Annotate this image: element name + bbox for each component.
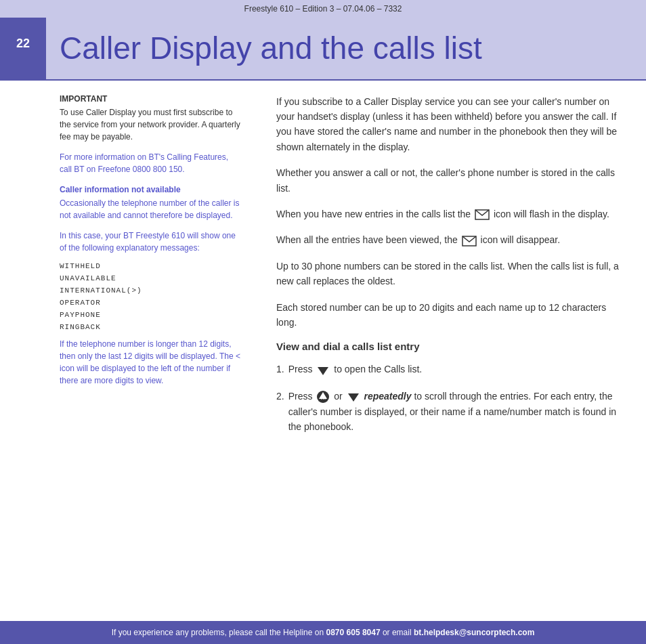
caller-info-text1: Occasionally the telephone number of the… bbox=[60, 197, 242, 221]
up-arrow-icon: vol bbox=[316, 389, 330, 404]
page-number-bar: 22 bbox=[0, 18, 46, 79]
title-section: Caller Display and the calls list bbox=[46, 18, 646, 79]
para3-prefix: When you have new entries in the calls l… bbox=[276, 209, 471, 219]
body-row: IMPORTANT To use Caller Display you must… bbox=[0, 81, 646, 621]
important-text: To use Caller Display you must first sub… bbox=[60, 106, 242, 143]
para2: Whether you answer a call or not, the ca… bbox=[276, 165, 626, 196]
title-row: 22 Caller Display and the calls list bbox=[0, 18, 646, 79]
footer-text: If you experience any problems, please c… bbox=[112, 628, 324, 637]
message-operator: OPERATOR bbox=[60, 299, 242, 307]
caller-info-heading: Caller information not available bbox=[60, 185, 242, 194]
step1-suffix: to open the Calls list. bbox=[334, 364, 422, 374]
svg-text:vol: vol bbox=[321, 396, 326, 400]
step2-italic: repeatedly bbox=[364, 391, 414, 402]
right-column: If you subscribe to a Caller Display ser… bbox=[256, 81, 646, 621]
message-international: INTERNATIONAL(>) bbox=[60, 286, 242, 295]
message-unavailable: UNAVAILABLE bbox=[60, 274, 242, 282]
envelope-icon bbox=[475, 209, 490, 220]
down-arrow-icon-2 bbox=[347, 389, 360, 404]
page-number: 22 bbox=[16, 37, 30, 51]
final-note: If the telephone number is longer than 1… bbox=[60, 338, 242, 387]
para5: Up to 30 phone numbers can be stored in … bbox=[276, 259, 626, 289]
envelope-icon-2 bbox=[462, 236, 477, 246]
svg-marker-2 bbox=[318, 367, 328, 375]
document-header: Freestyle 610 – Edition 3 – 07.04.06 – 7… bbox=[0, 0, 646, 18]
document-title: Freestyle 610 – Edition 3 – 07.04.06 – 7… bbox=[244, 4, 402, 14]
step2-prefix: Press bbox=[288, 391, 313, 402]
message-ringback: RINGBACK bbox=[60, 323, 242, 331]
para4-prefix: When all the entries have been viewed, t… bbox=[276, 234, 458, 245]
message-payphone: PAYPHONE bbox=[60, 311, 242, 319]
step1-prefix: Press bbox=[288, 364, 313, 374]
para6: Each stored number can be up to 20 digit… bbox=[276, 300, 626, 330]
svg-marker-6 bbox=[348, 393, 359, 402]
step1: 1. Press to open the Calls list. bbox=[276, 362, 626, 377]
para3: When you have new entries in the calls l… bbox=[276, 207, 626, 221]
caller-info-text2: In this case, your BT Freestyle 610 will… bbox=[60, 230, 242, 254]
left-column: IMPORTANT To use Caller Display you must… bbox=[46, 81, 256, 621]
para1: If you subscribe to a Caller Display ser… bbox=[276, 94, 626, 155]
footer: If you experience any problems, please c… bbox=[0, 621, 646, 644]
step2: 2. Press vol or bbox=[276, 389, 626, 435]
subheading: View and dial a calls list entry bbox=[276, 341, 626, 352]
footer-email: bt.helpdesk@suncorptech.com bbox=[414, 628, 534, 637]
footer-text2: or email bbox=[383, 628, 412, 637]
para4: When all the entries have been viewed, t… bbox=[276, 232, 626, 247]
left-bar bbox=[0, 81, 46, 621]
important-label: IMPORTANT bbox=[60, 94, 242, 104]
bt-link-text: For more information on BT's Calling Fea… bbox=[60, 151, 242, 175]
page-title: Caller Display and the calls list bbox=[60, 31, 482, 66]
step2-middle: or bbox=[334, 391, 345, 402]
down-arrow-icon bbox=[316, 363, 330, 378]
para4-suffix: icon will disappear. bbox=[481, 234, 561, 245]
footer-phone: 0870 605 8047 bbox=[326, 628, 381, 637]
para3-suffix: icon will flash in the display. bbox=[494, 209, 609, 219]
message-withheld: WITHHELD bbox=[60, 262, 242, 270]
steps-list: 1. Press to open the Calls list. 2. Pres… bbox=[276, 362, 626, 434]
